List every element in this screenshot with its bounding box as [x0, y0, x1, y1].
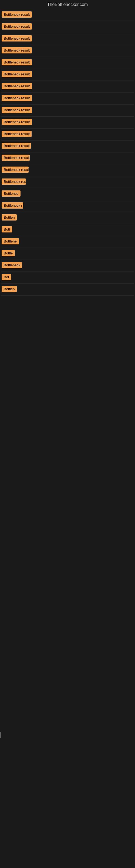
bottleneck-badge[interactable]: Bottlenec: [2, 190, 20, 197]
list-item: Bot: [1, 272, 134, 284]
list-item: Bottleneck result: [1, 129, 134, 141]
bottleneck-badge[interactable]: Bottlen: [2, 286, 17, 292]
list-item: Bottleneck res: [1, 176, 134, 188]
bottleneck-badge[interactable]: Bottleneck result: [2, 23, 32, 30]
bottleneck-badge[interactable]: Bottleneck res: [2, 179, 26, 185]
list-item: Bottleneck result: [1, 105, 134, 117]
list-item: Bottleneck result: [1, 117, 134, 129]
bottleneck-badge[interactable]: Bottleneck result: [2, 11, 32, 18]
bottleneck-badge[interactable]: Bottleneck result: [2, 47, 32, 54]
bottleneck-badge[interactable]: Bottleneck result: [2, 71, 32, 77]
list-item: Bottleneck r: [1, 200, 134, 212]
bottleneck-badge[interactable]: Bottle: [2, 250, 15, 256]
bottleneck-badge[interactable]: Bottleneck result: [2, 143, 31, 149]
list-item: Bottleneck result: [1, 141, 134, 152]
bottleneck-badge[interactable]: Bottleneck: [2, 262, 22, 268]
list-item: Bottlen: [1, 284, 134, 296]
site-title: TheBottlenecker.com: [0, 0, 135, 9]
list-item: Bottlen: [1, 212, 134, 224]
list-item: Bottleneck result: [1, 93, 134, 105]
bottleneck-badge[interactable]: Bottleneck result: [2, 155, 30, 161]
bottleneck-items-container: Bottleneck resultBottleneck resultBottle…: [0, 9, 135, 296]
text-cursor: [1, 733, 1, 738]
list-item: Bottleneck result: [1, 164, 134, 176]
list-item: Bott: [1, 224, 134, 236]
bottleneck-badge[interactable]: Bottleneck r: [2, 203, 23, 209]
bottleneck-badge[interactable]: Bott: [2, 226, 12, 232]
bottleneck-badge[interactable]: Bot: [2, 274, 11, 280]
site-header: TheBottlenecker.com: [0, 0, 135, 9]
bottleneck-badge[interactable]: Bottleneck result: [2, 83, 32, 89]
list-item: Bottleneck result: [1, 9, 134, 21]
list-item: Bottleneck result: [1, 21, 134, 33]
list-item: Bottlenec: [1, 188, 134, 200]
bottleneck-badge[interactable]: Bottleneck result: [2, 107, 32, 113]
list-item: Bottle: [1, 248, 134, 260]
list-item: Bottlene: [1, 236, 134, 248]
bottleneck-badge[interactable]: Bottleneck result: [2, 95, 32, 101]
bottleneck-badge[interactable]: Bottleneck result: [2, 166, 29, 173]
list-item: Bottleneck result: [1, 69, 134, 81]
list-item: Bottleneck result: [1, 152, 134, 164]
bottleneck-badge[interactable]: Bottleneck result: [2, 59, 32, 65]
list-item: Bottleneck result: [1, 33, 134, 45]
bottleneck-badge[interactable]: Bottlen: [2, 214, 17, 220]
bottleneck-badge[interactable]: Bottleneck result: [2, 119, 32, 125]
list-item: Bottleneck result: [1, 81, 134, 93]
list-item: Bottleneck result: [1, 45, 134, 57]
list-item: Bottleneck: [1, 260, 134, 272]
bottleneck-badge[interactable]: Bottleneck result: [2, 131, 32, 137]
bottleneck-badge[interactable]: Bottlene: [2, 238, 19, 244]
list-item: Bottleneck result: [1, 57, 134, 69]
bottleneck-badge[interactable]: Bottleneck result: [2, 35, 32, 41]
